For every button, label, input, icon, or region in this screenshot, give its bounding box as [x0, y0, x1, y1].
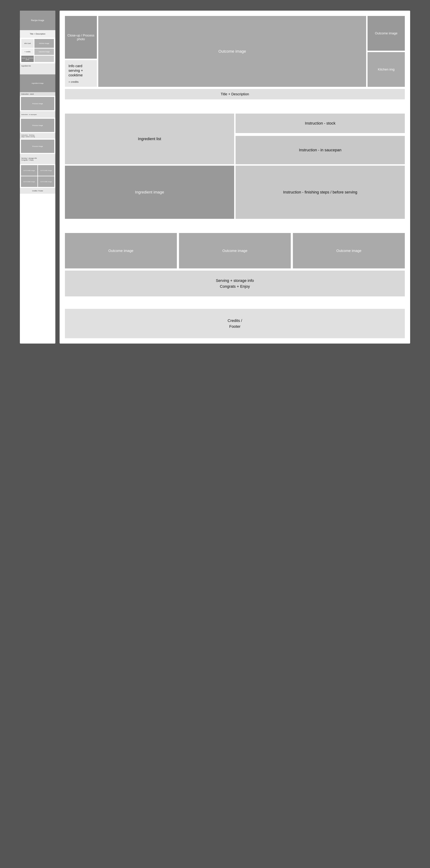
ingredient-image-label: Ingredient image [135, 190, 164, 194]
outcome-image-1-label: Outcome image [108, 249, 134, 253]
sidebar-instruction-finishing-label: Instruction - finishing steps / before s… [21, 134, 35, 137]
sidebar-ingredient-list: Ingredient list [20, 64, 55, 74]
instruction-finishing-block: Instruction - finishing steps / before s… [236, 166, 405, 219]
sidebar-outcome-grid-section: OUTCOME Image OUTCOME Image OUTCOME Imag… [20, 164, 55, 188]
sidebar-outcome-cell-3: OUTCOME Image [21, 176, 37, 187]
sidebar-process-image-2: Process Image [21, 119, 54, 132]
sidebar-instruction-finishing-section: Instruction - finishing steps / before s… [20, 133, 55, 154]
sidebar-outcome-cell-1: OUTCOME Image [21, 165, 37, 176]
sidebar-credits-footer-label: Credits / Footer [32, 190, 43, 192]
credits-footer-block: Credits / Footer [65, 309, 405, 338]
sidebar-recipe-image-section: Recipe Image [20, 11, 55, 30]
spacer-2 [65, 224, 405, 228]
hero-info-card: Info card serving + cooktime + credits [65, 60, 97, 87]
outcome-image-2-label: Outcome image [222, 249, 247, 253]
hero-center-outcome-label: Outcome image [218, 49, 246, 54]
sidebar-instruction-finishing-text: Instruction - finishing steps / before s… [20, 133, 55, 138]
sidebar-serving-storage: Serving + storage info Congrats + Enjoy [20, 154, 55, 164]
sidebar-kitchen-image-label: Kitchen image [39, 42, 49, 44]
serving-storage-label: Serving + storage info Congrats + Enjoy [216, 278, 254, 289]
hero-outcome-top-image: Outcome image [368, 16, 405, 51]
sidebar-instruction-stock-text: Instruction - stock [21, 93, 34, 95]
hero-info-card-title: Info card serving + cooktime [68, 64, 93, 78]
sidebar-title-desc-section: Title + Description [20, 30, 55, 37]
sidebar-recipe-image: Recipe Image [20, 11, 55, 30]
hero-close-up-image: Close-up / Process photo [65, 16, 97, 59]
sidebar-instruction-stock-label-bar: Instruction - stock [20, 92, 55, 96]
ingredient-instruction-top-row: Ingredient list Instruction - stock Inst… [65, 114, 405, 164]
sidebar-credits-footer-section: Credits / Footer [20, 188, 55, 194]
sidebar-instruction-saucepan-section: Instruction - in saucepan Process Image [20, 112, 55, 133]
sidebar-process-image-3-label: Process Image [32, 146, 43, 147]
sidebar-blank [34, 56, 54, 62]
sidebar-info-top: Info Card Kitchen image [21, 39, 54, 48]
outcome-image-3-label: Outcome image [336, 249, 361, 253]
spacer-1 [65, 105, 405, 108]
sidebar-outcome-cell-4-label: OUTCOME Image [40, 181, 52, 183]
sidebar-ingredient-list-label: Ingredient list [21, 65, 31, 67]
sidebar-outcome-grid: OUTCOME Image OUTCOME Image OUTCOME Imag… [20, 164, 55, 188]
sidebar-outcome-cell-2: OUTCOME Image [38, 165, 54, 176]
sidebar-recipe-image-label: Recipe Image [31, 19, 44, 22]
hero-close-up-label: Close-up / Process photo [67, 34, 95, 41]
instruction-finishing-label: Instruction - finishing steps / before s… [283, 190, 357, 194]
ingredient-list-label: Ingredient list [138, 136, 161, 141]
sidebar-title-desc: Title + Description [20, 30, 55, 37]
sidebar-process-image-3: Process Image [21, 140, 54, 153]
outcome-images-row: Outcome image Outcome image Outcome imag… [65, 233, 405, 269]
instruction-saucepan-block: Instruction - in saucepan [236, 136, 405, 164]
sidebar-serving-label: Serving + storage info Congrats + Enjoy [21, 157, 37, 161]
sidebar-closeup: close-up / process photo [21, 56, 34, 62]
ingredient-list-block: Ingredient list [65, 114, 234, 164]
sidebar-process-image-1-label: Process Image [32, 103, 43, 104]
ingredient-image-block: Ingredient image [65, 166, 234, 219]
hero-info-card-credits: + credits [68, 80, 93, 83]
hero-title-description-label: Title + Description [221, 92, 249, 96]
sidebar-title-desc-label: Title + Description [30, 33, 46, 35]
sidebar-outcome-small: outcome image [34, 49, 54, 55]
hero-outcome-top-label: Outcome image [375, 32, 397, 35]
instruction-stock-block: Instruction - stock [236, 114, 405, 133]
sidebar-outcome-cell-3-label: OUTCOME Image [23, 181, 35, 183]
sidebar-serving-section: Serving + storage info Congrats + Enjoy [20, 154, 55, 164]
sidebar-kitchen-image: Kitchen image [34, 39, 54, 48]
page-wrapper: Recipe Image Title + Description Info Ca… [20, 11, 410, 344]
hero-right-column: Outcome image Kitchen img [368, 16, 405, 87]
sidebar-process-image-2-label: Process Image [32, 125, 43, 126]
sidebar-closeup-row: close-up / process photo [21, 56, 54, 62]
sidebar-ingredient-image: Ingredient image [20, 74, 55, 92]
outcome-image-1: Outcome image [65, 233, 177, 269]
sidebar-outcome-cell-2-label: OUTCOME Image [40, 170, 52, 171]
hero-title-description-bar: Title + Description [65, 89, 405, 99]
outcome-image-2: Outcome image [179, 233, 291, 269]
sidebar-info-row: Info Card Kitchen image + credits outcom… [20, 37, 55, 64]
hero-left-column: Close-up / Process photo Info card servi… [65, 16, 97, 87]
instruction-saucepan-label: Instruction - in saucepan [299, 148, 342, 152]
sidebar: Recipe Image Title + Description Info Ca… [20, 11, 55, 344]
hero-kitchen-image-label: Kitchen img [378, 68, 395, 71]
outcome-section: Outcome image Outcome image Outcome imag… [65, 233, 405, 297]
serving-storage-block: Serving + storage info Congrats + Enjoy [65, 271, 405, 297]
sidebar-info-card: Info Card [21, 39, 34, 48]
sidebar-closeup-label: close-up / process photo [22, 57, 33, 60]
hero-images-row: Close-up / Process photo Info card servi… [65, 16, 405, 87]
credits-section: Credits / Footer [65, 309, 405, 338]
sidebar-instruction-stock-section: Instruction - stock Process Image [20, 92, 55, 112]
sidebar-outcome-cell-4: OUTCOME Image [38, 176, 54, 187]
main-content: Close-up / Process photo Info card servi… [60, 11, 410, 344]
ingredient-instruction-bottom-row: Ingredient image Instruction - finishing… [65, 166, 405, 219]
sidebar-ingredient-image-label: Ingredient image [32, 83, 44, 84]
outcome-image-3: Outcome image [293, 233, 405, 269]
sidebar-ingredient-image-section: Ingredient image [20, 74, 55, 92]
sidebar-instruction-saucepan-text: Instruction - in saucepan [20, 112, 55, 118]
sidebar-ingredient-section: Ingredient list [20, 64, 55, 74]
sidebar-credits-label: + credits [25, 51, 30, 53]
sidebar-credits-footer: Credits / Footer [20, 188, 55, 193]
instruction-stock-label: Instruction - stock [305, 121, 336, 126]
sidebar-info-bottom: + credits outcome image [21, 49, 54, 55]
hero-section: Close-up / Process photo Info card servi… [65, 16, 405, 99]
ingredient-instruction-section: Ingredient list Instruction - stock Inst… [65, 114, 405, 219]
sidebar-outcome-small-label: outcome image [39, 51, 50, 53]
sidebar-credits: + credits [21, 49, 34, 55]
sidebar-info-card-label: Info Card [24, 42, 31, 44]
